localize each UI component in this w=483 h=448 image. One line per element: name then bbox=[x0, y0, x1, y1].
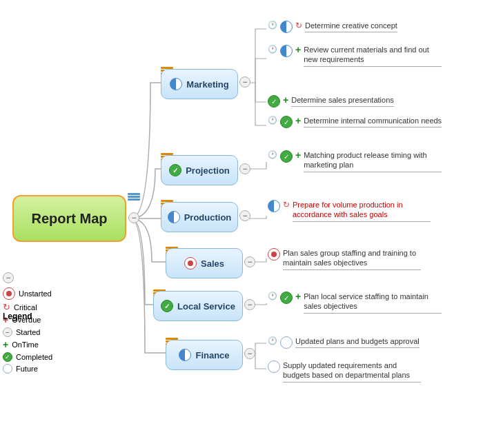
branch-production[interactable]: Production bbox=[161, 202, 238, 232]
legend-item-unstarted: Unstarted bbox=[3, 287, 86, 300]
branch-finance-label: Finance bbox=[195, 350, 229, 360]
leaf-text-9: Updated plans and budgets approval bbox=[295, 336, 420, 348]
local-service-icon: ✓ bbox=[161, 300, 173, 312]
plus-icon-4: + bbox=[295, 116, 301, 125]
legend-unstarted-label: Unstarted bbox=[19, 289, 52, 298]
central-connector[interactable]: − bbox=[128, 212, 139, 223]
status-icon-9 bbox=[280, 336, 293, 349]
branch-marketing[interactable]: Marketing bbox=[161, 69, 238, 99]
legend-unstarted-icon bbox=[3, 287, 15, 300]
clock-icon-8: 🕐 bbox=[268, 292, 277, 301]
clock-icon-2: 🕐 bbox=[268, 45, 277, 54]
branch-sales-label: Sales bbox=[201, 258, 224, 269]
branch-projection-label: Projection bbox=[186, 165, 230, 176]
status-icon-2 bbox=[280, 45, 293, 57]
leaf-product-release: 🕐 ✓ + Matching product release timing wi… bbox=[268, 150, 442, 172]
finance-icon bbox=[179, 349, 191, 361]
leaf-local-service-staffing: 🕐 ✓ + Plan local service staffing to mai… bbox=[268, 292, 442, 314]
central-node-label: Report Map bbox=[32, 211, 108, 227]
production-icon bbox=[168, 211, 180, 223]
clock-icon-9: 🕐 bbox=[268, 336, 277, 345]
leaf-creative-concept: 🕐 ↻ Determine creative concept bbox=[268, 21, 397, 33]
status-icon-8: ✓ bbox=[280, 292, 293, 304]
leaf-updated-plans: 🕐 Updated plans and budgets approval bbox=[268, 336, 420, 349]
refresh-icon-6: ↻ bbox=[283, 200, 290, 210]
leaf-volume-production: ↻ Prepare for volume production in accor… bbox=[268, 200, 431, 222]
legend-item-completed: ✓ Completed bbox=[3, 352, 86, 362]
leaf-sales-staffing: Plan sales group staffing and training t… bbox=[268, 248, 421, 270]
sales-icon bbox=[184, 257, 197, 269]
leaf-text-8: Plan local service staffing to maintain … bbox=[304, 292, 442, 314]
central-node[interactable]: Report Map bbox=[12, 195, 126, 242]
legend-started-icon: − bbox=[3, 327, 12, 337]
legend-completed-label: Completed bbox=[16, 353, 52, 361]
leaf-text-6: Prepare for volume production in accorda… bbox=[293, 200, 431, 222]
marketing-icon bbox=[170, 78, 182, 90]
finance-connector[interactable]: − bbox=[244, 348, 255, 359]
sales-connector[interactable]: − bbox=[244, 256, 255, 267]
legend: − Unstarted ↻ Critical + Overdue − Start… bbox=[3, 272, 86, 376]
leaf-sales-presentations: ✓ + Determine sales presentations bbox=[268, 95, 394, 108]
leaf-text-1: Determine creative concept bbox=[305, 21, 397, 32]
legend-future-label: Future bbox=[16, 365, 38, 373]
legend-title: Legend bbox=[3, 312, 32, 321]
plus-icon-8: + bbox=[295, 292, 301, 301]
leaf-text-4: Determine internal communication needs bbox=[304, 116, 442, 128]
status-icon-10 bbox=[268, 360, 280, 373]
legend-item-critical: ↻ Critical bbox=[3, 302, 86, 312]
clock-icon-5: 🕐 bbox=[268, 150, 277, 159]
status-icon-6 bbox=[268, 200, 280, 212]
legend-item-future: Future bbox=[3, 364, 86, 374]
plus-icon-2: + bbox=[295, 45, 301, 54]
leaf-text-7: Plan sales group staffing and training t… bbox=[283, 248, 421, 270]
legend-completed-icon: ✓ bbox=[3, 352, 12, 362]
plus-icon-5: + bbox=[295, 150, 301, 160]
status-icon-5: ✓ bbox=[280, 150, 293, 163]
refresh-icon-1: ↻ bbox=[295, 21, 302, 30]
leaf-review-materials: 🕐 + Review current materials and find ou… bbox=[268, 45, 442, 67]
status-icon-4: ✓ bbox=[280, 116, 293, 128]
legend-future-icon bbox=[3, 364, 12, 374]
status-icon-3: ✓ bbox=[268, 95, 280, 108]
legend-critical-label: Critical bbox=[14, 303, 37, 312]
production-connector[interactable]: − bbox=[239, 210, 250, 221]
clock-icon-4: 🕐 bbox=[268, 116, 277, 125]
branch-sales[interactable]: Sales bbox=[166, 248, 243, 278]
legend-item-ontime: + OnTime bbox=[3, 339, 86, 350]
branch-local-service-label: Local Service bbox=[177, 301, 235, 312]
status-icon-1 bbox=[280, 21, 293, 33]
local-service-connector[interactable]: − bbox=[244, 299, 255, 310]
clock-icon-1: 🕐 bbox=[268, 21, 277, 30]
legend-ontime-icon: + bbox=[3, 339, 8, 350]
legend-started-label: Started bbox=[16, 328, 40, 336]
projection-connector[interactable]: − bbox=[239, 163, 250, 174]
legend-connector[interactable]: − bbox=[3, 272, 14, 283]
branch-finance[interactable]: Finance bbox=[166, 340, 243, 370]
leaf-text-2: Review current materials and find out ne… bbox=[304, 45, 442, 67]
marketing-connector[interactable]: − bbox=[239, 77, 250, 88]
leaf-internal-comm: 🕐 ✓ + Determine internal communication n… bbox=[268, 116, 442, 128]
legend-item-started: − Started bbox=[3, 327, 86, 337]
branch-marketing-label: Marketing bbox=[186, 79, 228, 90]
leaf-text-3: Determine sales presentations bbox=[291, 95, 394, 107]
leaf-text-10: Supply updated requirements and budgets … bbox=[283, 360, 421, 383]
branch-production-label: Production bbox=[184, 212, 232, 223]
legend-critical-icon: ↻ bbox=[3, 302, 10, 312]
plus-icon-3: + bbox=[283, 95, 288, 105]
branch-local-service[interactable]: ✓ Local Service bbox=[153, 291, 243, 321]
projection-icon: ✓ bbox=[169, 164, 181, 176]
leaf-supply-requirements: Supply updated requirements and budgets … bbox=[268, 360, 421, 383]
leaf-text-5: Matching product release timing with mar… bbox=[304, 150, 442, 172]
status-icon-7 bbox=[268, 248, 280, 261]
legend-ontime-label: OnTime bbox=[12, 340, 39, 349]
branch-projection[interactable]: ✓ Projection bbox=[161, 155, 238, 185]
